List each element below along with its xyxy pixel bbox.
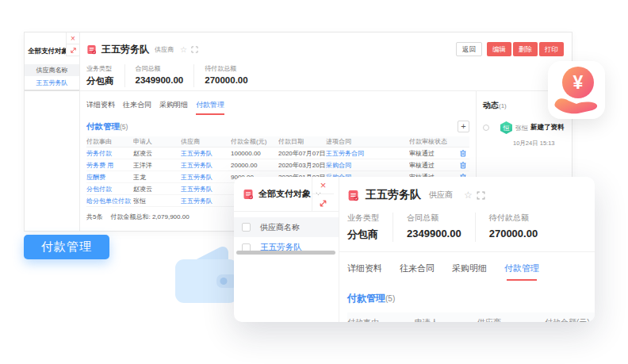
supplier-list-item[interactable]: 王五劳务队 — [234, 237, 339, 258]
col-amount: 付款金额(元) — [231, 137, 278, 146]
activity-title-label: 动态 — [483, 101, 499, 109]
money-hand-illustration-icon: ¥ — [548, 61, 605, 119]
close-icon[interactable]: × — [312, 177, 334, 194]
supplier-type-label: 供应商 — [155, 45, 174, 54]
divider — [25, 90, 79, 91]
yen-symbol: ¥ — [573, 72, 584, 93]
col-reason: 付款事由 — [86, 137, 133, 146]
stat-label: 合同总额 — [407, 213, 461, 224]
applicant: 王龙 — [133, 173, 181, 182]
tab-purchase-detail[interactable]: 采购明细 — [452, 262, 487, 278]
tab-detail-info[interactable]: 详细资料 — [86, 100, 115, 115]
payment-reason-link[interactable]: 劳务付款 — [86, 149, 133, 158]
col-applicant: 申请人 — [415, 317, 477, 322]
payee-list-title-label: 全部支付对象 — [28, 47, 68, 56]
tab-detail-info[interactable]: 详细资料 — [347, 262, 382, 278]
avatar: 恒 — [500, 121, 512, 134]
payee-list-title[interactable]: 全部支付对象 — [258, 188, 311, 200]
contract-link[interactable]: 采购合同 — [326, 161, 409, 170]
supplier-name-column-header: 供应商名称 — [234, 217, 339, 237]
stat-label: 业务类型 — [86, 64, 114, 73]
column-label: 供应商名称 — [260, 222, 300, 233]
section-count: (5) — [385, 294, 395, 303]
col-reason: 付款事由 — [347, 317, 415, 322]
col-applicant: 申请人 — [133, 137, 181, 146]
status: 审核通过 — [409, 149, 460, 158]
divider — [339, 251, 595, 252]
col-amount: 付款金额(元) — [545, 317, 595, 322]
detail-header: 王五劳务队 供应商 ☆ 返回 编辑 删除 打印 业务类型 分包商 合同总额 23… — [80, 33, 572, 91]
fullscreen-icon[interactable] — [477, 191, 485, 200]
expand-icon[interactable] — [66, 44, 79, 56]
stat-label: 合同总额 — [136, 64, 184, 73]
timeline-dot-icon — [483, 125, 489, 131]
amount: 100000.00 — [231, 150, 278, 157]
row-count: 共5条 — [86, 213, 102, 221]
summary-stats: 业务类型 分包商 合同总额 2349900.00 待付款总额 270000.00 — [86, 64, 269, 87]
overlay-payee-list-panel: 全部支付对象 × 供应商名称 王五劳务队 — [234, 177, 339, 322]
col-supplier: 供应商 — [181, 137, 231, 146]
stat-value: 270000.00 — [489, 228, 538, 239]
stat-value: 2349900.00 — [407, 228, 461, 239]
stat-value: 270000.00 — [205, 75, 247, 85]
delete-button[interactable]: 删除 — [513, 42, 538, 56]
stat-value: 分包商 — [347, 228, 379, 242]
tab-contracts[interactable]: 往来合同 — [400, 262, 435, 278]
fullscreen-icon[interactable] — [191, 46, 198, 53]
col-supplier: 供应商 — [477, 317, 545, 322]
section-title: 付款管理 — [86, 121, 120, 132]
stat-business-type: 业务类型 分包商 — [86, 64, 125, 87]
back-button[interactable]: 返回 — [456, 42, 482, 56]
stat-pending-total: 待付款总额 270000.00 — [205, 64, 258, 87]
contract-link[interactable]: 王五劳务合同 — [326, 149, 409, 158]
trash-icon[interactable] — [460, 150, 469, 157]
supplier-link[interactable]: 王五劳务队 — [181, 161, 231, 170]
col-status: 付款审核状态 — [409, 137, 460, 146]
tab-payment-management[interactable]: 付款管理 — [196, 100, 224, 115]
supplier-link[interactable]: 王五劳务队 — [181, 173, 231, 182]
payment-reason-link[interactable]: 劳务费 用 — [86, 161, 133, 170]
panel-controls: × — [312, 177, 334, 212]
supplier-doc-icon — [347, 190, 359, 201]
edit-button[interactable]: 编辑 — [487, 42, 511, 56]
detail-tabs: 详细资料 往来合同 采购明细 付款管理 — [86, 100, 469, 115]
stat-pending-total: 待付款总额 270000.00 — [489, 213, 551, 242]
detail-tabs: 详细资料 往来合同 采购明细 付款管理 — [347, 262, 595, 278]
activity-item: 恒 张恒 新建了资料 — [483, 121, 565, 134]
applicant: 赵凌云 — [133, 185, 181, 193]
select-all-checkbox[interactable] — [242, 223, 251, 232]
payee-list-panel: × 全部支付对象 供应商名称 王五劳务队 — [25, 33, 80, 231]
section-title: 付款管理 — [347, 293, 385, 304]
activity-count: (1) — [499, 102, 507, 109]
print-button[interactable]: 打印 — [539, 42, 564, 56]
tab-purchase-detail[interactable]: 采购明细 — [159, 100, 188, 115]
payment-reason-link[interactable]: 给分包单位付款 — [86, 197, 133, 205]
supplier-type-label: 供应商 — [429, 190, 453, 201]
col-contract: 进项合同 — [326, 137, 409, 146]
page-title: 王五劳务队 — [366, 188, 421, 202]
tab-contracts[interactable]: 往来合同 — [123, 100, 151, 115]
summary-stats: 业务类型 分包商 合同总额 2349900.00 待付款总额 270000.00 — [347, 213, 595, 242]
payment-reason-link[interactable]: 分包付款 — [86, 185, 133, 193]
supplier-link[interactable]: 王五劳务队 — [181, 149, 231, 158]
supplier-link[interactable]: 王五劳务队 — [181, 185, 231, 193]
horizontal-scrollbar[interactable] — [236, 251, 335, 255]
payment-reason-link[interactable]: 应酬费 — [86, 173, 133, 182]
overlay-detail-pane: 王五劳务队 供应商 ☆ 业务类型 分包商 合同总额 2349900.00 待付款… — [339, 177, 595, 322]
favorite-star-icon[interactable]: ☆ — [180, 45, 187, 54]
close-icon[interactable]: × — [66, 33, 79, 44]
supplier-list-item[interactable]: 王五劳务队 — [25, 77, 79, 89]
page-title: 王五劳务队 — [101, 43, 149, 56]
favorite-star-icon[interactable]: ☆ — [464, 190, 473, 201]
amount: 20000.00 — [231, 162, 278, 169]
expand-icon[interactable] — [312, 194, 334, 212]
supplier-link[interactable]: 王五劳务队 — [181, 197, 231, 205]
applicant: 赵凌云 — [133, 149, 181, 158]
wallet-illustration-icon — [173, 237, 240, 310]
status: 审核通过 — [409, 161, 460, 170]
table-header-row: 付款事由 申请人 供应商 付款金额(元) 付款日期 进项合同 付款审核状态 — [86, 136, 469, 148]
tab-payment-management[interactable]: 付款管理 — [504, 262, 539, 278]
activity-timestamp: 10月24日 15:13 — [513, 140, 565, 148]
add-payment-button[interactable]: + — [458, 121, 469, 132]
trash-icon[interactable] — [460, 162, 469, 169]
